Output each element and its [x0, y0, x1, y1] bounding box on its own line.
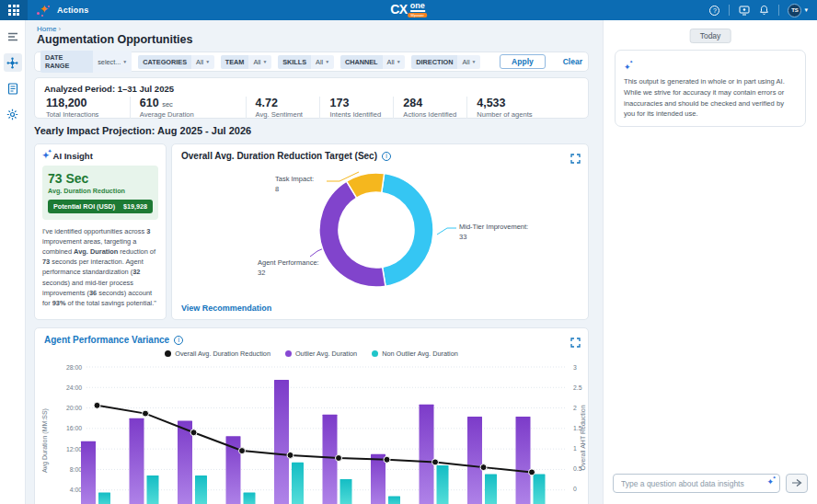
topbar-divider: [729, 5, 730, 16]
metric-label: Intents Identified: [329, 110, 384, 119]
send-button[interactable]: [786, 474, 808, 493]
metric-label: Actions Identified: [403, 110, 457, 119]
monitor-icon: [739, 6, 750, 16]
filter-bar: DATE RANGE select...▼ CATEGORIES All▼ TE…: [34, 52, 589, 72]
ai-sparkle-icon: ✦: [624, 63, 631, 72]
filter-team[interactable]: TEAM All▼: [221, 55, 271, 69]
help-icon: ?: [709, 6, 719, 16]
info-icon[interactable]: i: [174, 336, 183, 345]
sidebar-item-menu[interactable]: [4, 28, 22, 46]
filter-label: DATE RANGE: [40, 51, 93, 73]
sidebar-item-settings[interactable]: [4, 105, 22, 123]
ai-disclaimer-card: ✦ This output is generated in whole or i…: [615, 50, 806, 127]
metric-label: Average Duration: [140, 110, 236, 119]
today-pill: Today: [690, 29, 731, 43]
metrics-row: 118,200 Total Interactions 610 sec Avera…: [35, 97, 588, 119]
topbar-divider: [778, 5, 779, 16]
svg-text:Avg Duration (MM:SS): Avg Duration (MM:SS): [41, 408, 49, 473]
roi-label: Potential ROI (USD): [53, 202, 115, 211]
svg-text:Overall AHT Reduction: Overall AHT Reduction: [580, 405, 586, 470]
svg-text:3: 3: [573, 364, 577, 371]
cxone-logo-one: one: [410, 2, 425, 12]
filter-date-range[interactable]: DATE RANGE select...▼: [40, 51, 132, 73]
metric-actions-identified: 284 Actions Identified: [393, 97, 466, 119]
svg-text:0: 0: [573, 486, 577, 492]
ai-sparkle-icon: ✦: [766, 478, 774, 487]
legend-outlier-avg-duration[interactable]: Outlier Avg. Duration: [285, 349, 357, 358]
notifications-button[interactable]: [758, 5, 770, 17]
variance-card-title: Agent Performance Variance: [44, 335, 169, 345]
legend-non-outlier-avg-duration[interactable]: Non Outlier Avg. Duration: [372, 349, 458, 358]
filter-value: All▼: [457, 55, 480, 69]
metric-avg-sentiment: 4.72 Avg. Sentiment: [246, 97, 320, 119]
chat-input[interactable]: [613, 474, 780, 493]
analyzed-period-title: Analyzed Period: 1–31 Jul 2025: [35, 78, 588, 97]
metric-unit: sec: [162, 100, 173, 109]
svg-text:1: 1: [573, 445, 577, 452]
ai-disclaimer-line2: While we strive for accuracy it may cont…: [624, 87, 797, 120]
ai-sparkle-icon: ✦: [42, 152, 50, 160]
metric-label: Total Interactions: [46, 110, 121, 119]
user-menu[interactable]: TS ▾: [788, 4, 808, 17]
copilot-panel: Today ✦ This output is generated in whol…: [603, 20, 817, 504]
callout-agent-performance: Agent Performance:32: [258, 258, 319, 278]
help-button[interactable]: ?: [708, 5, 720, 17]
filter-label: TEAM: [221, 55, 249, 69]
svg-text:2.5: 2.5: [573, 384, 582, 391]
filter-categories[interactable]: CATEGORIES All▼: [138, 55, 213, 69]
callout-mid-tier: Mid-Tier Improvement:33: [459, 223, 528, 242]
ai-disclaimer-line1: This output is generated in whole or in …: [624, 76, 797, 87]
cxone-logo: CX one Mpower: [390, 2, 427, 17]
filter-value: All▼: [248, 55, 271, 69]
svg-text:12:00: 12:00: [66, 446, 82, 452]
metric-value: 4,533: [477, 97, 577, 109]
view-recommendation-link[interactable]: View Recommendation: [181, 304, 271, 313]
metric-intents-identified: 173 Intents Identified: [319, 97, 393, 119]
app-launcher-button[interactable]: [0, 0, 28, 20]
chevron-down-icon: ▾: [804, 6, 808, 14]
ai-insight-text: I've identified opportunities across 3 i…: [35, 220, 166, 315]
send-icon: [791, 478, 802, 487]
clear-button[interactable]: Clear: [563, 57, 582, 66]
metric-value: 284: [403, 97, 457, 109]
legend-dot: [372, 350, 378, 357]
agent-performance-variance-card: Agent Performance Variance i Overall Avg…: [34, 327, 589, 504]
chat-input-row: ✦: [613, 474, 808, 494]
analyzed-period-card: Analyzed Period: 1–31 Jul 2025 118,200 T…: [34, 77, 589, 119]
filter-skills[interactable]: SKILLS All▼: [278, 55, 334, 69]
page-title: Augmentation Opportunities: [37, 33, 192, 46]
duration-reduction-value: 73 Sec: [48, 171, 153, 186]
cxone-logo-cx: CX: [390, 2, 407, 17]
filter-value: All▼: [191, 55, 214, 69]
breadcrumb-home-link[interactable]: Home: [37, 25, 56, 33]
metric-label: Number of agents: [477, 110, 577, 119]
actions-spark-icon: ✦: [37, 3, 52, 17]
apps-grid-icon: [8, 5, 19, 16]
chevron-down-icon: ▼: [397, 59, 401, 64]
legend-dot: [285, 350, 292, 357]
ai-insight-card: ✦ AI Insight 73 Sec Avg. Duration Reduct…: [34, 143, 167, 320]
document-icon: [7, 83, 18, 95]
left-sidebar: [0, 20, 26, 504]
chart-legend: Overall Avg. Duration Reduction Outlier …: [35, 349, 588, 358]
top-bar: ✦ Actions CX one Mpower ? TS ▾: [0, 0, 817, 20]
filter-channel[interactable]: CHANNEL All▼: [340, 55, 405, 69]
svg-text:4:00: 4:00: [70, 487, 82, 493]
breadcrumb[interactable]: Home ›: [37, 25, 61, 33]
roi-bar: Potential ROI (USD) $19,928: [48, 200, 153, 213]
chevron-down-icon: ▼: [472, 59, 477, 64]
bar-line-chart[interactable]: 28:0024:0020:0016:0012:008:004:0032.521.…: [35, 360, 590, 504]
chevron-down-icon: ▼: [122, 59, 127, 64]
sidebar-item-augmentation[interactable]: [4, 53, 22, 72]
bell-icon: [759, 5, 769, 16]
breadcrumb-separator: ›: [59, 25, 62, 33]
legend-overall-avg-duration-reduction[interactable]: Overall Avg. Duration Reduction: [165, 349, 270, 358]
svg-text:8:00: 8:00: [70, 466, 82, 473]
knowledge-button[interactable]: [738, 5, 750, 17]
filter-label: SKILLS: [278, 55, 311, 69]
filter-direction[interactable]: DIRECTION All▼: [411, 55, 480, 69]
sidebar-item-reports[interactable]: [4, 79, 22, 97]
menu-lines-icon: [7, 32, 18, 41]
apply-button[interactable]: Apply: [500, 54, 546, 69]
filter-value: All▼: [311, 55, 334, 69]
